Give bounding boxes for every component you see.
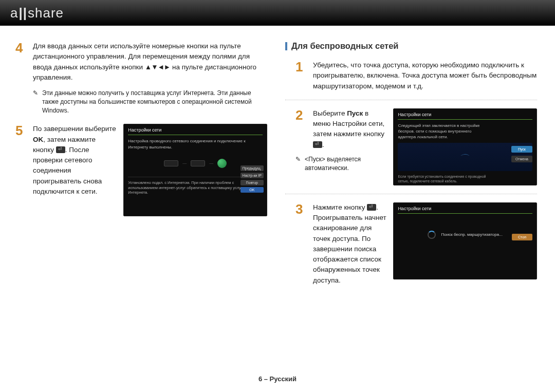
step-5-row: 5 По завершении выберите OK, затем нажми… <box>15 124 267 216</box>
wifi-icon: ⌒ <box>460 152 470 165</box>
step-number: 1 <box>295 60 307 91</box>
ss-body: Следующий этап заключается в настройке б… <box>398 123 490 140</box>
note-icon: ✎ <box>33 89 38 115</box>
right-column: Для беспроводных сетей 1 Убедитесь, что … <box>285 41 537 292</box>
step-text: Нажмите кнопку . Проигрыватель начнет ск… <box>313 202 387 286</box>
btn-ok[interactable]: OK <box>240 187 264 193</box>
t-bold: Пуск <box>347 109 363 117</box>
ss-right-buttons: Стоп <box>512 234 532 240</box>
step-1: 1 Убедитесь, что точка доступа, которую … <box>285 60 537 91</box>
ss-title: Настройки сети <box>398 112 532 120</box>
step-2-row: 2 Выберите Пуск в меню Настройки сети, з… <box>285 108 537 185</box>
t-a: Выберите <box>313 109 347 117</box>
ss-right-buttons: Пуск Отмена <box>511 146 532 162</box>
step-number: 4 <box>15 41 27 83</box>
screenshot-wired-done: Настройки сети Настройка проводного сете… <box>123 124 267 216</box>
left-column: 4 Для ввода данных сети используйте номе… <box>15 41 267 292</box>
logo: a||share <box>10 5 64 21</box>
t-a: По завершении выберите <box>33 125 116 133</box>
divider <box>285 100 537 100</box>
globe-icon <box>217 159 227 168</box>
step-text: Выберите Пуск в меню Настройки сети, зат… <box>313 108 387 150</box>
section-title: Для беспроводных сетей <box>291 41 399 51</box>
spinner-icon <box>428 231 436 239</box>
ss-title: Настройки сети <box>398 206 532 214</box>
btn-prev[interactable]: Предыдущ. <box>240 165 264 171</box>
step-number: 2 <box>295 108 307 150</box>
btn-stop[interactable]: Стоп <box>512 234 532 240</box>
step-2-note: ✎ <Пуск> выделяется автоматически. <box>295 155 387 173</box>
t-c: . <box>322 141 324 148</box>
ss-search-text: Поиск беспр. маршрутизатора... <box>441 232 502 237</box>
step-text: По завершении выберите OK, затем нажмите… <box>33 124 117 197</box>
step-3-left: 3 Нажмите кнопку . Проигрыватель начнет … <box>295 202 387 286</box>
step-text: Убедитесь, что точка доступа, которую не… <box>313 60 537 91</box>
btn-cancel[interactable]: Отмена <box>511 156 532 162</box>
ss-line1: Настройка проводного сетевого соединения… <box>128 138 263 150</box>
step-4: 4 Для ввода данных сети используйте номе… <box>15 41 267 83</box>
section-bar-icon <box>285 42 287 50</box>
page-footer: 6 – Русский <box>0 375 555 383</box>
header-bar: a||share <box>0 0 555 26</box>
screenshot-wireless-start: Настройки сети Следующий этап заключаетс… <box>393 108 537 185</box>
step-2-left: 2 Выберите Пуск в меню Настройки сети, з… <box>295 108 387 173</box>
enter-key-icon <box>367 204 376 211</box>
t-b: . Проигрыватель начнет сканирование для … <box>313 203 386 284</box>
section-heading: Для беспроводных сетей <box>285 41 537 51</box>
router-icon <box>191 160 205 166</box>
step-number: 5 <box>15 124 27 197</box>
note-text: Эти данные можно получить у поставщика у… <box>42 89 267 115</box>
note-icon: ✎ <box>295 155 301 173</box>
step-4-note: ✎ Эти данные можно получить у поставщика… <box>33 89 267 115</box>
enter-key-icon <box>313 141 322 148</box>
step-number: 3 <box>295 202 307 286</box>
step-5-left: 5 По завершении выберите OK, затем нажми… <box>15 124 117 197</box>
t-bold: OK <box>33 136 43 143</box>
enter-key-icon <box>56 146 65 153</box>
ss-foot: Если требуется установить соединение с п… <box>398 174 490 183</box>
link-line: ― <box>182 161 187 165</box>
t-a: Нажмите кнопку <box>313 203 367 211</box>
note-text: <Пуск> выделяется автоматически. <box>305 155 387 173</box>
divider <box>285 194 537 194</box>
btn-ip[interactable]: Настр-ки IP <box>240 173 264 178</box>
btn-retry[interactable]: Повтор <box>240 180 264 185</box>
page-content: 4 Для ввода данных сети используйте номе… <box>0 26 555 292</box>
btn-start[interactable]: Пуск <box>511 146 532 153</box>
link-line: ― <box>209 161 213 165</box>
step-3-row: 3 Нажмите кнопку . Проигрыватель начнет … <box>285 202 537 286</box>
ss-title: Настройки сети <box>128 127 263 135</box>
step-text: Для ввода данных сети используйте номерн… <box>33 41 267 83</box>
ss-side-buttons: Предыдущ. Настр-ки IP Повтор OK <box>240 165 264 193</box>
arrow-icons: ▲▼◄► <box>145 63 170 71</box>
device-icon <box>164 160 178 166</box>
screenshot-wireless-scan: Настройки сети Поиск беспр. маршрутизато… <box>393 202 537 279</box>
